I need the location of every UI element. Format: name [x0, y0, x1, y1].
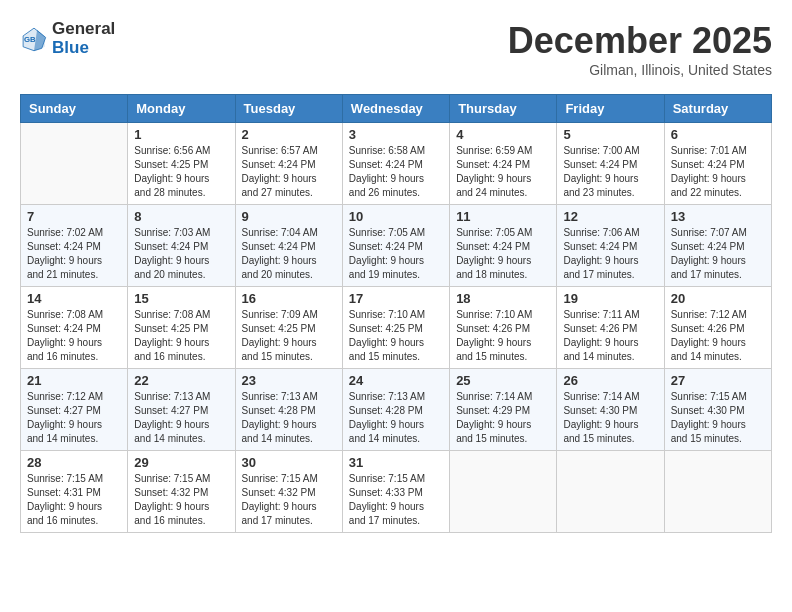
day-info: Sunrise: 7:15 AM Sunset: 4:31 PM Dayligh…	[27, 472, 121, 528]
calendar-day-cell: 1Sunrise: 6:56 AM Sunset: 4:25 PM Daylig…	[128, 123, 235, 205]
calendar-day-cell: 21Sunrise: 7:12 AM Sunset: 4:27 PM Dayli…	[21, 369, 128, 451]
title-block: December 2025 Gilman, Illinois, United S…	[508, 20, 772, 78]
day-number: 19	[563, 291, 657, 306]
day-number: 29	[134, 455, 228, 470]
day-number: 15	[134, 291, 228, 306]
calendar-day-cell: 14Sunrise: 7:08 AM Sunset: 4:24 PM Dayli…	[21, 287, 128, 369]
day-number: 13	[671, 209, 765, 224]
day-info: Sunrise: 6:58 AM Sunset: 4:24 PM Dayligh…	[349, 144, 443, 200]
day-info: Sunrise: 7:15 AM Sunset: 4:30 PM Dayligh…	[671, 390, 765, 446]
day-info: Sunrise: 7:15 AM Sunset: 4:32 PM Dayligh…	[134, 472, 228, 528]
day-info: Sunrise: 7:08 AM Sunset: 4:24 PM Dayligh…	[27, 308, 121, 364]
logo-line2: Blue	[52, 39, 115, 58]
calendar-day-cell: 3Sunrise: 6:58 AM Sunset: 4:24 PM Daylig…	[342, 123, 449, 205]
calendar-day-cell: 13Sunrise: 7:07 AM Sunset: 4:24 PM Dayli…	[664, 205, 771, 287]
day-number: 28	[27, 455, 121, 470]
day-info: Sunrise: 7:13 AM Sunset: 4:27 PM Dayligh…	[134, 390, 228, 446]
month-title: December 2025	[508, 20, 772, 62]
calendar-day-cell: 19Sunrise: 7:11 AM Sunset: 4:26 PM Dayli…	[557, 287, 664, 369]
calendar-day-cell: 2Sunrise: 6:57 AM Sunset: 4:24 PM Daylig…	[235, 123, 342, 205]
calendar-day-cell: 4Sunrise: 6:59 AM Sunset: 4:24 PM Daylig…	[450, 123, 557, 205]
day-number: 2	[242, 127, 336, 142]
day-info: Sunrise: 7:12 AM Sunset: 4:27 PM Dayligh…	[27, 390, 121, 446]
calendar-day-cell	[450, 451, 557, 533]
weekday-header: Saturday	[664, 95, 771, 123]
day-info: Sunrise: 7:15 AM Sunset: 4:32 PM Dayligh…	[242, 472, 336, 528]
calendar-day-cell: 16Sunrise: 7:09 AM Sunset: 4:25 PM Dayli…	[235, 287, 342, 369]
calendar-week-row: 1Sunrise: 6:56 AM Sunset: 4:25 PM Daylig…	[21, 123, 772, 205]
weekday-header: Thursday	[450, 95, 557, 123]
day-number: 7	[27, 209, 121, 224]
day-info: Sunrise: 7:13 AM Sunset: 4:28 PM Dayligh…	[349, 390, 443, 446]
day-info: Sunrise: 7:08 AM Sunset: 4:25 PM Dayligh…	[134, 308, 228, 364]
calendar-week-row: 28Sunrise: 7:15 AM Sunset: 4:31 PM Dayli…	[21, 451, 772, 533]
day-number: 1	[134, 127, 228, 142]
weekday-header: Tuesday	[235, 95, 342, 123]
calendar-day-cell: 27Sunrise: 7:15 AM Sunset: 4:30 PM Dayli…	[664, 369, 771, 451]
day-number: 23	[242, 373, 336, 388]
weekday-header: Monday	[128, 95, 235, 123]
day-number: 24	[349, 373, 443, 388]
day-info: Sunrise: 7:14 AM Sunset: 4:29 PM Dayligh…	[456, 390, 550, 446]
day-info: Sunrise: 7:12 AM Sunset: 4:26 PM Dayligh…	[671, 308, 765, 364]
day-number: 3	[349, 127, 443, 142]
day-info: Sunrise: 7:00 AM Sunset: 4:24 PM Dayligh…	[563, 144, 657, 200]
day-number: 27	[671, 373, 765, 388]
day-number: 12	[563, 209, 657, 224]
day-info: Sunrise: 7:09 AM Sunset: 4:25 PM Dayligh…	[242, 308, 336, 364]
day-info: Sunrise: 7:05 AM Sunset: 4:24 PM Dayligh…	[349, 226, 443, 282]
day-info: Sunrise: 7:05 AM Sunset: 4:24 PM Dayligh…	[456, 226, 550, 282]
calendar-day-cell: 10Sunrise: 7:05 AM Sunset: 4:24 PM Dayli…	[342, 205, 449, 287]
day-number: 26	[563, 373, 657, 388]
calendar-day-cell: 7Sunrise: 7:02 AM Sunset: 4:24 PM Daylig…	[21, 205, 128, 287]
day-number: 22	[134, 373, 228, 388]
day-info: Sunrise: 7:02 AM Sunset: 4:24 PM Dayligh…	[27, 226, 121, 282]
calendar-day-cell	[21, 123, 128, 205]
day-number: 20	[671, 291, 765, 306]
day-number: 14	[27, 291, 121, 306]
calendar-day-cell: 15Sunrise: 7:08 AM Sunset: 4:25 PM Dayli…	[128, 287, 235, 369]
weekday-header: Wednesday	[342, 95, 449, 123]
calendar-day-cell: 23Sunrise: 7:13 AM Sunset: 4:28 PM Dayli…	[235, 369, 342, 451]
day-number: 9	[242, 209, 336, 224]
calendar-day-cell: 31Sunrise: 7:15 AM Sunset: 4:33 PM Dayli…	[342, 451, 449, 533]
calendar-day-cell: 28Sunrise: 7:15 AM Sunset: 4:31 PM Dayli…	[21, 451, 128, 533]
logo: GB General Blue	[20, 20, 115, 57]
day-info: Sunrise: 7:07 AM Sunset: 4:24 PM Dayligh…	[671, 226, 765, 282]
calendar-table: SundayMondayTuesdayWednesdayThursdayFrid…	[20, 94, 772, 533]
calendar-day-cell: 26Sunrise: 7:14 AM Sunset: 4:30 PM Dayli…	[557, 369, 664, 451]
day-number: 8	[134, 209, 228, 224]
calendar-day-cell: 11Sunrise: 7:05 AM Sunset: 4:24 PM Dayli…	[450, 205, 557, 287]
calendar-day-cell	[557, 451, 664, 533]
day-number: 4	[456, 127, 550, 142]
day-number: 18	[456, 291, 550, 306]
calendar-week-row: 21Sunrise: 7:12 AM Sunset: 4:27 PM Dayli…	[21, 369, 772, 451]
day-info: Sunrise: 7:10 AM Sunset: 4:25 PM Dayligh…	[349, 308, 443, 364]
day-info: Sunrise: 6:59 AM Sunset: 4:24 PM Dayligh…	[456, 144, 550, 200]
day-info: Sunrise: 7:03 AM Sunset: 4:24 PM Dayligh…	[134, 226, 228, 282]
day-number: 11	[456, 209, 550, 224]
calendar-week-row: 14Sunrise: 7:08 AM Sunset: 4:24 PM Dayli…	[21, 287, 772, 369]
day-info: Sunrise: 7:06 AM Sunset: 4:24 PM Dayligh…	[563, 226, 657, 282]
calendar-day-cell: 29Sunrise: 7:15 AM Sunset: 4:32 PM Dayli…	[128, 451, 235, 533]
calendar-day-cell: 24Sunrise: 7:13 AM Sunset: 4:28 PM Dayli…	[342, 369, 449, 451]
weekday-header-row: SundayMondayTuesdayWednesdayThursdayFrid…	[21, 95, 772, 123]
page-header: GB General Blue December 2025 Gilman, Il…	[20, 20, 772, 78]
svg-text:GB: GB	[24, 35, 36, 44]
calendar-day-cell: 18Sunrise: 7:10 AM Sunset: 4:26 PM Dayli…	[450, 287, 557, 369]
calendar-day-cell: 6Sunrise: 7:01 AM Sunset: 4:24 PM Daylig…	[664, 123, 771, 205]
calendar-day-cell	[664, 451, 771, 533]
weekday-header: Sunday	[21, 95, 128, 123]
calendar-day-cell: 20Sunrise: 7:12 AM Sunset: 4:26 PM Dayli…	[664, 287, 771, 369]
calendar-day-cell: 5Sunrise: 7:00 AM Sunset: 4:24 PM Daylig…	[557, 123, 664, 205]
day-number: 17	[349, 291, 443, 306]
day-info: Sunrise: 7:04 AM Sunset: 4:24 PM Dayligh…	[242, 226, 336, 282]
calendar-day-cell: 8Sunrise: 7:03 AM Sunset: 4:24 PM Daylig…	[128, 205, 235, 287]
calendar-day-cell: 17Sunrise: 7:10 AM Sunset: 4:25 PM Dayli…	[342, 287, 449, 369]
day-info: Sunrise: 7:14 AM Sunset: 4:30 PM Dayligh…	[563, 390, 657, 446]
logo-line1: General	[52, 20, 115, 39]
day-info: Sunrise: 7:15 AM Sunset: 4:33 PM Dayligh…	[349, 472, 443, 528]
day-info: Sunrise: 7:13 AM Sunset: 4:28 PM Dayligh…	[242, 390, 336, 446]
day-info: Sunrise: 6:57 AM Sunset: 4:24 PM Dayligh…	[242, 144, 336, 200]
day-number: 31	[349, 455, 443, 470]
